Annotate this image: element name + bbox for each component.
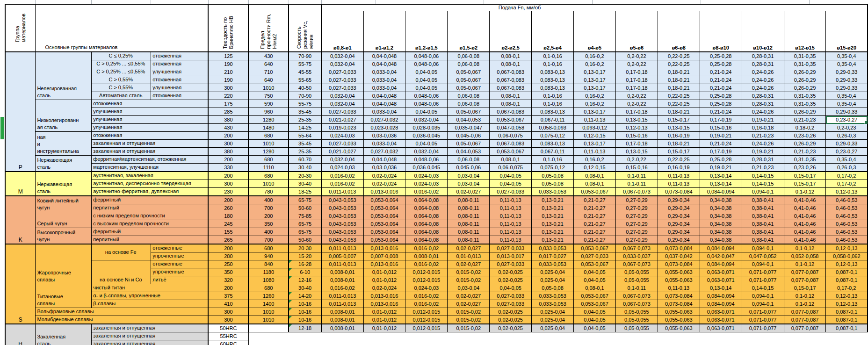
feed-cell[interactable]: 0,18-0,21: [658, 68, 700, 76]
condition-cell[interactable]: β-сплавы: [92, 300, 209, 308]
feed-cell[interactable]: 0,033-0,04: [363, 108, 405, 116]
rm-cell[interactable]: 430: [248, 52, 289, 60]
vc-cell[interactable]: 55-75: [289, 100, 321, 108]
feed-cell[interactable]: 0,04-0,048: [363, 52, 405, 60]
feed-cell[interactable]: 0,27-0,29: [615, 212, 658, 220]
feed-cell[interactable]: 0,02-0,024: [363, 284, 405, 292]
feed-cell[interactable]: 0,008-0,01: [321, 268, 363, 276]
feed-cell[interactable]: 0,012-0,015: [405, 276, 448, 284]
feed-cell[interactable]: 0,011-0,013: [321, 260, 363, 268]
vc-cell[interactable]: 65-75: [289, 220, 321, 228]
feed-cell[interactable]: 0,16-0,2: [574, 156, 616, 164]
feed-cell[interactable]: 0,008-0,01: [321, 316, 363, 324]
rm-cell[interactable]: 640: [248, 60, 289, 68]
feed-cell[interactable]: 0,077-0,087: [784, 324, 826, 332]
hb-cell[interactable]: 410: [208, 300, 248, 308]
feed-cell[interactable]: 0,26-0,3: [826, 164, 868, 172]
feed-cell[interactable]: 0,027-0,033: [321, 140, 363, 148]
feed-cell[interactable]: 0,38-0,41: [742, 220, 784, 228]
feed-cell[interactable]: 0,04-0,05: [574, 308, 616, 316]
feed-cell[interactable]: 0,053-0,064: [363, 196, 405, 204]
feed-cell[interactable]: 0,037-0,042: [658, 252, 700, 260]
feed-cell[interactable]: 0,058-0,062: [826, 252, 868, 260]
feed-cell[interactable]: 0,26-0,29: [784, 76, 826, 84]
feed-cell[interactable]: 0,073-0,084: [658, 300, 700, 308]
feed-cell[interactable]: 0,067-0,083: [490, 140, 532, 148]
vc-cell[interactable]: 10-16: [289, 308, 321, 316]
hb-cell[interactable]: 230: [208, 188, 248, 196]
feed-cell[interactable]: 0,013-0,016: [363, 292, 405, 300]
feed-cell[interactable]: 0,04-0,048: [363, 92, 405, 100]
feed-cell[interactable]: 0,03-0,04: [448, 180, 490, 188]
feed-cell[interactable]: 0,053-0,067: [574, 244, 616, 252]
feed-cell[interactable]: 0,13-0,21: [532, 228, 574, 236]
feed-cell[interactable]: 0,22-0,25: [658, 60, 700, 68]
feed-cell[interactable]: 0,024-0,03: [405, 180, 448, 188]
feed-cell[interactable]: 0,29-0,34: [658, 228, 700, 236]
feed-cell[interactable]: 0,38-0,41: [742, 228, 784, 236]
feed-cell[interactable]: 0,063-0,071: [700, 308, 742, 316]
vc-cell[interactable]: 10-16: [289, 300, 321, 308]
feed-cell[interactable]: 0,027-0,033: [490, 300, 532, 308]
feed-cell[interactable]: 0,21-0,24: [700, 108, 742, 116]
feed-cell[interactable]: 0,083-0,13: [532, 108, 574, 116]
feed-cell[interactable]: 0,02-0,024: [363, 172, 405, 180]
feed-cell[interactable]: 0,13-0,14: [700, 284, 742, 292]
feed-cell[interactable]: 0,048-0,06: [405, 52, 448, 60]
feed-cell[interactable]: 0,12-0,13: [615, 124, 658, 132]
rm-cell[interactable]: 700: [248, 204, 289, 212]
feed-cell[interactable]: 0,032-0,04: [321, 156, 363, 164]
feed-cell[interactable]: 0,024-0,03: [321, 164, 363, 172]
feed-cell[interactable]: 0,027-0,033: [321, 108, 363, 116]
condition-cell[interactable]: улучшенная: [92, 116, 209, 124]
feed-cell[interactable]: 0,012-0,015: [405, 316, 448, 324]
vc-cell[interactable]: 18-25: [289, 188, 321, 196]
feed-cell[interactable]: 0,23-0,26: [784, 132, 826, 140]
feed-cell[interactable]: 0,04-0,05: [574, 324, 616, 332]
feed-cell[interactable]: 0,17-0,19: [700, 148, 742, 156]
feed-cell[interactable]: 0,17-0,2: [826, 180, 868, 188]
feed-cell[interactable]: 0,25-0,28: [700, 156, 742, 164]
feed-cell[interactable]: 0,1-0,16: [532, 92, 574, 100]
feed-cell[interactable]: 0,29-0,33: [826, 76, 868, 84]
vc-cell[interactable]: 60-70: [289, 156, 321, 164]
rm-cell[interactable]: 1010: [248, 308, 289, 316]
feed-cell[interactable]: 0,035-0,047: [448, 124, 490, 132]
feed-cell[interactable]: 0,053-0,067: [490, 116, 532, 124]
feed-cell[interactable]: 0,28-0,31: [742, 156, 784, 164]
feed-cell[interactable]: 0,032-0,04: [321, 100, 363, 108]
condition-cell[interactable]: перлитный: [92, 236, 209, 244]
feed-cell[interactable]: 0,077-0,087: [784, 268, 826, 276]
feed-cell[interactable]: 0,21-0,23: [784, 148, 826, 156]
feed-cell[interactable]: 0,011-0,013: [321, 188, 363, 196]
feed-cell[interactable]: 0,22-0,25: [658, 156, 700, 164]
feed-cell[interactable]: 0,043-0,053: [321, 204, 363, 212]
feed-cell[interactable]: 0,053-0,067: [574, 300, 616, 308]
feed-cell[interactable]: 0,042-0,047: [700, 252, 742, 260]
feed-cell[interactable]: 0,025-0,04: [532, 308, 574, 316]
feed-cell[interactable]: 0,13-0,15: [615, 148, 658, 156]
feed-cell[interactable]: 0,27-0,29: [615, 228, 658, 236]
feed-cell[interactable]: 0,027-0,033: [490, 260, 532, 268]
feed-cell[interactable]: 0,15-0,17: [658, 148, 700, 156]
subtype-cell[interactable]: на основе Fe: [92, 244, 151, 260]
hb-cell[interactable]: 155: [208, 228, 248, 236]
group-letter-cell[interactable]: M: [5, 172, 36, 196]
feed-cell[interactable]: 0,1-0,12: [784, 292, 826, 300]
hb-cell[interactable]: 300: [208, 180, 248, 188]
feed-cell[interactable]: 0,2-0,22: [615, 156, 658, 164]
feed-cell[interactable]: 0,028-0,035: [405, 124, 448, 132]
diameter-header[interactable]: ø2,5-ø4: [532, 11, 574, 52]
condition-cell[interactable]: закаленная и отпущенная: [92, 324, 209, 332]
feed-cell[interactable]: 0,12-0,13: [826, 260, 868, 268]
feed-cell[interactable]: 0,033-0,053: [532, 260, 574, 268]
condition-cell[interactable]: ферритный: [92, 196, 209, 204]
feed-cell[interactable]: 0,027-0,033: [490, 188, 532, 196]
feed-cell[interactable]: 0,18-0,21: [658, 76, 700, 84]
feed-cell[interactable]: 0,024-0,03: [405, 284, 448, 292]
rm-cell[interactable]: 1260: [248, 292, 289, 300]
vc-cell[interactable]: 35-45: [289, 108, 321, 116]
family-cell[interactable]: Низколегированн ая сталь: [36, 100, 92, 132]
feed-cell[interactable]: 0,41-0,46: [784, 220, 826, 228]
feed-cell[interactable]: 0,027-0,033: [321, 68, 363, 76]
